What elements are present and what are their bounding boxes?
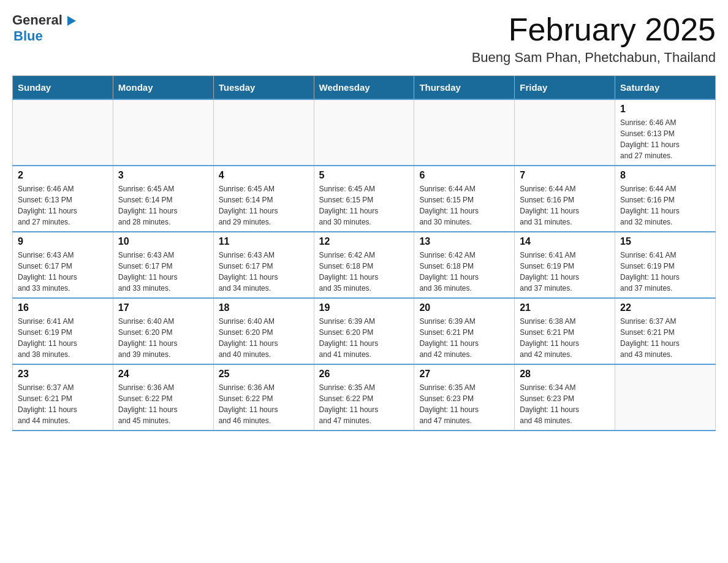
day-number: 18 xyxy=(219,302,309,313)
day-number: 6 xyxy=(419,170,509,181)
month-title: February 2025 xyxy=(472,12,716,47)
day-info: Sunrise: 6:45 AM Sunset: 6:14 PM Dayligh… xyxy=(219,183,309,228)
day-number: 9 xyxy=(18,236,108,247)
day-number: 12 xyxy=(319,236,409,247)
day-info: Sunrise: 6:44 AM Sunset: 6:16 PM Dayligh… xyxy=(620,183,710,228)
day-info: Sunrise: 6:43 AM Sunset: 6:17 PM Dayligh… xyxy=(219,250,309,294)
day-number: 13 xyxy=(419,236,509,247)
day-number: 21 xyxy=(520,302,610,313)
day-info: Sunrise: 6:41 AM Sunset: 6:19 PM Dayligh… xyxy=(18,316,108,360)
day-info: Sunrise: 6:39 AM Sunset: 6:21 PM Dayligh… xyxy=(419,316,509,360)
day-number: 10 xyxy=(118,236,208,247)
calendar-cell xyxy=(615,364,716,431)
day-info: Sunrise: 6:41 AM Sunset: 6:19 PM Dayligh… xyxy=(520,250,610,294)
day-info: Sunrise: 6:34 AM Sunset: 6:23 PM Dayligh… xyxy=(520,382,610,426)
day-number: 17 xyxy=(118,302,208,313)
day-info: Sunrise: 6:35 AM Sunset: 6:23 PM Dayligh… xyxy=(419,382,509,426)
day-info: Sunrise: 6:38 AM Sunset: 6:21 PM Dayligh… xyxy=(520,316,610,360)
calendar-cell: 13Sunrise: 6:42 AM Sunset: 6:18 PM Dayli… xyxy=(414,232,515,298)
header: General Blue February 2025 Bueng Sam Pha… xyxy=(12,12,716,66)
day-info: Sunrise: 6:36 AM Sunset: 6:22 PM Dayligh… xyxy=(219,382,309,426)
day-info: Sunrise: 6:44 AM Sunset: 6:15 PM Dayligh… xyxy=(419,183,509,228)
calendar-cell: 4Sunrise: 6:45 AM Sunset: 6:14 PM Daylig… xyxy=(213,166,314,232)
day-number: 2 xyxy=(18,170,108,181)
calendar-cell: 1Sunrise: 6:46 AM Sunset: 6:13 PM Daylig… xyxy=(615,99,716,166)
logo-triangle-icon xyxy=(64,15,77,28)
day-number: 14 xyxy=(520,236,610,247)
calendar-cell: 10Sunrise: 6:43 AM Sunset: 6:17 PM Dayli… xyxy=(113,232,213,298)
day-number: 28 xyxy=(520,369,610,380)
column-header-saturday: Saturday xyxy=(615,76,716,100)
day-info: Sunrise: 6:37 AM Sunset: 6:21 PM Dayligh… xyxy=(620,316,710,360)
calendar-cell: 21Sunrise: 6:38 AM Sunset: 6:21 PM Dayli… xyxy=(515,298,615,364)
day-number: 5 xyxy=(319,170,409,181)
calendar-cell: 12Sunrise: 6:42 AM Sunset: 6:18 PM Dayli… xyxy=(314,232,414,298)
day-info: Sunrise: 6:45 AM Sunset: 6:14 PM Dayligh… xyxy=(118,183,208,228)
calendar-cell: 16Sunrise: 6:41 AM Sunset: 6:19 PM Dayli… xyxy=(13,298,113,364)
calendar-cell: 6Sunrise: 6:44 AM Sunset: 6:15 PM Daylig… xyxy=(414,166,515,232)
calendar-cell: 22Sunrise: 6:37 AM Sunset: 6:21 PM Dayli… xyxy=(615,298,716,364)
week-row-4: 16Sunrise: 6:41 AM Sunset: 6:19 PM Dayli… xyxy=(13,298,716,364)
calendar-cell: 28Sunrise: 6:34 AM Sunset: 6:23 PM Dayli… xyxy=(515,364,615,431)
day-number: 26 xyxy=(319,369,409,380)
calendar-cell: 15Sunrise: 6:41 AM Sunset: 6:19 PM Dayli… xyxy=(615,232,716,298)
calendar-cell: 24Sunrise: 6:36 AM Sunset: 6:22 PM Dayli… xyxy=(113,364,213,431)
logo-general: General xyxy=(12,12,63,28)
day-number: 11 xyxy=(219,236,309,247)
column-header-thursday: Thursday xyxy=(414,76,515,100)
title-area: February 2025 Bueng Sam Phan, Phetchabun… xyxy=(472,12,716,66)
calendar-cell: 8Sunrise: 6:44 AM Sunset: 6:16 PM Daylig… xyxy=(615,166,716,232)
calendar-cell xyxy=(515,99,615,166)
calendar-cell: 3Sunrise: 6:45 AM Sunset: 6:14 PM Daylig… xyxy=(113,166,213,232)
week-row-2: 2Sunrise: 6:46 AM Sunset: 6:13 PM Daylig… xyxy=(13,166,716,232)
calendar-cell: 2Sunrise: 6:46 AM Sunset: 6:13 PM Daylig… xyxy=(13,166,113,232)
calendar-cell: 18Sunrise: 6:40 AM Sunset: 6:20 PM Dayli… xyxy=(213,298,314,364)
calendar-cell xyxy=(13,99,113,166)
day-number: 24 xyxy=(118,369,208,380)
calendar-cell xyxy=(414,99,515,166)
day-info: Sunrise: 6:44 AM Sunset: 6:16 PM Dayligh… xyxy=(520,183,610,228)
column-header-wednesday: Wednesday xyxy=(314,76,414,100)
week-row-5: 23Sunrise: 6:37 AM Sunset: 6:21 PM Dayli… xyxy=(13,364,716,431)
day-info: Sunrise: 6:46 AM Sunset: 6:13 PM Dayligh… xyxy=(620,117,710,161)
calendar-cell: 7Sunrise: 6:44 AM Sunset: 6:16 PM Daylig… xyxy=(515,166,615,232)
day-info: Sunrise: 6:43 AM Sunset: 6:17 PM Dayligh… xyxy=(18,250,108,294)
day-info: Sunrise: 6:36 AM Sunset: 6:22 PM Dayligh… xyxy=(118,382,208,426)
day-info: Sunrise: 6:40 AM Sunset: 6:20 PM Dayligh… xyxy=(118,316,208,360)
calendar-cell xyxy=(213,99,314,166)
day-number: 19 xyxy=(319,302,409,313)
location-title: Bueng Sam Phan, Phetchabun, Thailand xyxy=(472,50,716,66)
column-header-monday: Monday xyxy=(113,76,213,100)
calendar-cell: 14Sunrise: 6:41 AM Sunset: 6:19 PM Dayli… xyxy=(515,232,615,298)
day-info: Sunrise: 6:39 AM Sunset: 6:20 PM Dayligh… xyxy=(319,316,409,360)
column-header-sunday: Sunday xyxy=(13,76,113,100)
week-row-3: 9Sunrise: 6:43 AM Sunset: 6:17 PM Daylig… xyxy=(13,232,716,298)
day-info: Sunrise: 6:43 AM Sunset: 6:17 PM Dayligh… xyxy=(118,250,208,294)
calendar-cell: 17Sunrise: 6:40 AM Sunset: 6:20 PM Dayli… xyxy=(113,298,213,364)
day-number: 8 xyxy=(620,170,710,181)
day-number: 4 xyxy=(219,170,309,181)
day-info: Sunrise: 6:42 AM Sunset: 6:18 PM Dayligh… xyxy=(419,250,509,294)
column-header-tuesday: Tuesday xyxy=(213,76,314,100)
day-number: 22 xyxy=(620,302,710,313)
day-info: Sunrise: 6:40 AM Sunset: 6:20 PM Dayligh… xyxy=(219,316,309,360)
calendar-cell: 26Sunrise: 6:35 AM Sunset: 6:22 PM Dayli… xyxy=(314,364,414,431)
column-header-friday: Friday xyxy=(515,76,615,100)
day-number: 3 xyxy=(118,170,208,181)
svg-marker-0 xyxy=(67,16,76,26)
calendar-cell: 9Sunrise: 6:43 AM Sunset: 6:17 PM Daylig… xyxy=(13,232,113,298)
calendar-cell xyxy=(314,99,414,166)
day-info: Sunrise: 6:35 AM Sunset: 6:22 PM Dayligh… xyxy=(319,382,409,426)
calendar-cell xyxy=(113,99,213,166)
day-number: 20 xyxy=(419,302,509,313)
day-info: Sunrise: 6:37 AM Sunset: 6:21 PM Dayligh… xyxy=(18,382,108,426)
calendar-cell: 20Sunrise: 6:39 AM Sunset: 6:21 PM Dayli… xyxy=(414,298,515,364)
calendar-cell: 27Sunrise: 6:35 AM Sunset: 6:23 PM Dayli… xyxy=(414,364,515,431)
day-info: Sunrise: 6:41 AM Sunset: 6:19 PM Dayligh… xyxy=(620,250,710,294)
calendar-cell: 11Sunrise: 6:43 AM Sunset: 6:17 PM Dayli… xyxy=(213,232,314,298)
day-number: 23 xyxy=(18,369,108,380)
header-row: SundayMondayTuesdayWednesdayThursdayFrid… xyxy=(13,76,716,100)
day-number: 16 xyxy=(18,302,108,313)
day-info: Sunrise: 6:45 AM Sunset: 6:15 PM Dayligh… xyxy=(319,183,409,228)
day-number: 27 xyxy=(419,369,509,380)
